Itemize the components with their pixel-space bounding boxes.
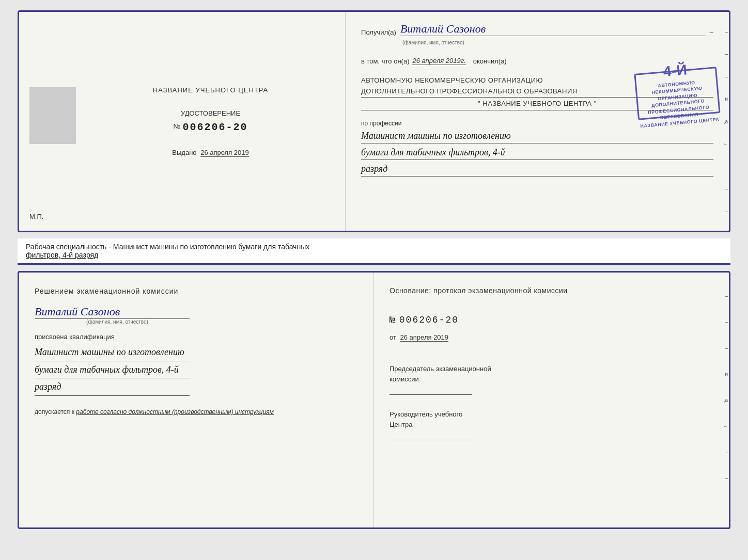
cert-center-title: НАЗВАНИЕ УЧЕБНОГО ЦЕНТРА (94, 86, 327, 94)
recipient-sublabel: (фамилия, имя, отчество) (402, 40, 464, 45)
chairman-signature-line (389, 394, 472, 395)
recipient-prefix: Получил(а) (361, 28, 396, 36)
bottom-person-block: Виталий Сазонов (фамилия, имя, отчество) (35, 305, 190, 325)
profession-line1: Машинист машины по изготовлению (361, 129, 713, 143)
date-value: 26 апреля 2019г. (412, 57, 465, 65)
issued-date: 26 апреля 2019 (200, 149, 249, 157)
number-prefix: № (174, 122, 181, 130)
side-item-3: – (720, 74, 729, 79)
b-side-item-7: – (720, 450, 729, 455)
okончил-label: окончил(а) (473, 57, 507, 65)
subtitle-underlined: фильтров, 4-й разряд (26, 251, 98, 259)
allowed-value: работе согласно должностным (производств… (76, 408, 274, 415)
side-item-9: – (720, 209, 729, 214)
director-label-line1: Руководитель учебного (389, 409, 713, 420)
assigned-label: присвоена квалификация (35, 333, 115, 341)
chairman-label-line2: комиссии (389, 374, 713, 385)
b-side-item-5: ,а (720, 397, 729, 403)
qualification-line2: бумаги для табачных фильтров, 4-й (35, 361, 190, 378)
b-side-item-1: – (720, 293, 729, 299)
allowed-label: допускается к (35, 408, 74, 415)
recipient-name: Виталий Сазонов (400, 22, 706, 36)
b-side-item-8: – (720, 475, 729, 481)
side-item-6: ← (720, 141, 729, 147)
stamp-overlay: 4-й АВТОНОМНУЮ НЕКОММЕРЧЕСКУЮ ОРГАНИЗАЦИ… (634, 67, 720, 120)
side-item-2: – (720, 51, 729, 57)
qualification-line1: Машинист машины по изготовлению (35, 344, 190, 361)
basis-date-block: от 26 апреля 2019 (389, 333, 713, 341)
stamp-text: 4-й АВТОНОМНУЮ НЕКОММЕРЧЕСКУЮ ОРГАНИЗАЦИ… (635, 57, 720, 130)
bottom-cert-right: Основание: протокол экзаменационной коми… (374, 273, 729, 527)
side-item-8: – (720, 186, 729, 191)
b-side-item-3: – (720, 345, 729, 351)
allowed-block: допускается к работе согласно должностны… (35, 408, 274, 415)
bottom-cert-left: Решением экаменационной комиссии Виталий… (19, 273, 374, 527)
cert-number: 006206-20 (182, 121, 247, 133)
subtitle-strip: Рабочая специальность - Машинист машины … (18, 238, 730, 265)
bottom-person-sublabel: (фамилия, имя, отчество) (45, 319, 190, 325)
photo-placeholder (29, 87, 76, 144)
subtitle-prefix: Рабочая специальность - Машинист машины … (26, 243, 309, 251)
b-side-item-2: – (720, 319, 729, 325)
chairman-label: Председатель экзаменационной комиссии (389, 364, 713, 395)
bottom-person-name: Виталий Сазонов (35, 305, 190, 319)
qualification-line3: разряд (35, 378, 190, 395)
b-side-item-4: и (720, 371, 729, 377)
chairman-label-line1: Председатель экзаменационной (389, 364, 713, 374)
cert-left-panel: НАЗВАНИЕ УЧЕБНОГО ЦЕНТРА УДОСТОВЕРЕНИЕ №… (19, 12, 346, 231)
top-certificate: НАЗВАНИЕ УЧЕБНОГО ЦЕНТРА УДОСТОВЕРЕНИЕ №… (18, 10, 730, 232)
date-prefix: в том, что он(а) (361, 57, 409, 65)
b-side-item-9: – (720, 502, 729, 507)
commission-title: Решением экаменационной комиссии (35, 285, 178, 297)
udostoverenie-label: УДОСТОВЕРЕНИЕ (94, 109, 327, 117)
b-side-item-6: ← (720, 423, 729, 429)
cert-right-panel: Получил(а) Виталий Сазонов – (фамилия, и… (346, 12, 729, 231)
basis-number-prefix: № (389, 315, 396, 325)
profession-line3: разряд (361, 162, 713, 177)
bottom-certificate: Решением экаменационной комиссии Виталий… (18, 271, 730, 529)
mp-label: М.П. (29, 213, 43, 220)
director-signature-line (389, 440, 472, 440)
basis-number-value: 006206-20 (399, 315, 459, 325)
director-label-line2: Центра (389, 420, 713, 430)
org-block: АВТОНОМНУЮ НЕКОММЕРЧЕСКУЮ ОРГАНИЗАЦИЮ ДО… (361, 75, 713, 110)
bottom-side-decorations: – – – и ,а ← – – – (720, 273, 729, 527)
dash-separator: – (710, 28, 713, 36)
basis-date-value: 26 апреля 2019 (400, 333, 449, 342)
director-label: Руководитель учебного Центра (389, 409, 713, 440)
basis-date-prefix: от (389, 333, 396, 341)
recipient-block: Получил(а) Виталий Сазонов – (фамилия, и… (361, 22, 713, 46)
side-decorations: – – – и ,а ← – – – (720, 12, 729, 231)
profession-line2: бумаги для табачных фильтров, 4-й (361, 146, 713, 160)
issued-label: Выдано (172, 149, 196, 156)
basis-title: Основание: протокол экзаменационной коми… (389, 285, 713, 296)
side-item-7: – (720, 164, 729, 169)
side-item-5: ,а (720, 119, 729, 124)
basis-number-block: № 006206-20 (389, 311, 713, 329)
side-item-1: – (720, 29, 729, 35)
side-item-4: и (720, 96, 729, 102)
